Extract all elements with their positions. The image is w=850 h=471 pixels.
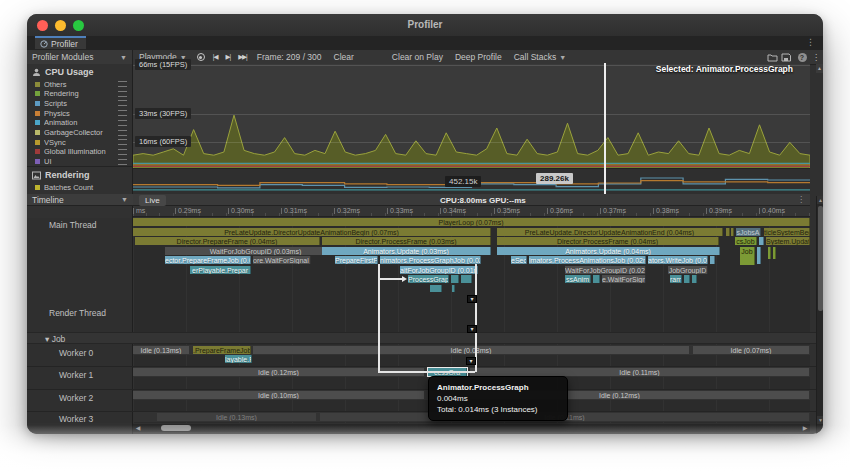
timeline-sample-bar[interactable]: WaitForJobGroupID (0.02ms) [565,266,646,274]
timeline-view-dropdown[interactable]: Timeline ▼ [27,194,133,206]
drag-handle-icon[interactable] [118,130,127,136]
timeline-sample-bar[interactable] [452,285,455,292]
timeline-sample-bar[interactable]: aitForJobGroupID (0.01ms [400,266,478,274]
timeline-sample-bar[interactable]: PreLateUpdate.DirectorUpdateAnimationEnd… [497,228,723,236]
flow-continue-marker-icon[interactable]: ▾ [466,357,476,365]
cpu-legend-item-rendering[interactable]: Rendering [27,89,133,99]
timeline-sample-bar[interactable]: csJob [735,237,757,245]
chart-scroll-up-icon[interactable]: ▲ [816,64,823,73]
drag-handle-icon[interactable] [118,110,127,116]
live-toggle[interactable]: Live [139,195,166,206]
cpu-legend-item-ui[interactable]: UI [27,157,133,167]
timeline-sample-bar[interactable]: erPlayable.Prepar [190,266,251,274]
timeline-sample-bar[interactable]: System.Update ( [766,237,810,245]
timeline-sample-bar[interactable]: ators.WriteJob (0.0 [648,256,708,264]
call-stacks-dropdown[interactable]: Call Stacks ▼ [508,50,572,64]
record-button[interactable] [197,53,205,61]
horizontal-scroll-thumb[interactable] [161,425,191,431]
timeline-sample-bar[interactable] [692,275,697,283]
scroll-down-icon[interactable]: ▼ [817,416,823,424]
cpu-legend-item-scripts[interactable]: Scripts [27,98,133,108]
timeline-sample-bar[interactable]: Idle (0.13ms) [157,413,317,421]
cpu-legend-item-physics[interactable]: Physics [27,108,133,118]
cpu-legend-item-garbagecollector[interactable]: GarbageCollector [27,128,133,138]
timeline-sample-bar[interactable]: WaitForJobGroupID (0.03ms) [165,247,347,255]
drag-handle-icon[interactable] [118,159,127,165]
timeline-sample-bar[interactable] [430,285,442,292]
timeline-sample-bar[interactable] [757,247,761,264]
timeline-sample-bar[interactable] [461,275,472,283]
timeline-sample-bar[interactable]: ProcessGraph [408,275,449,283]
help-icon[interactable]: ? [795,52,809,62]
timeline-sample-bar[interactable] [759,237,764,245]
scroll-left-icon[interactable]: ◀ [133,424,143,432]
scroll-up-icon[interactable]: ▲ [817,196,823,204]
profiler-modules-dropdown[interactable]: Profiler Modules ▼ [27,50,133,64]
timeline-sample-bar[interactable]: eSec [511,256,527,264]
timeline-sample-bar[interactable] [684,275,690,283]
timeline-sample-bar[interactable]: ssAnim [565,275,591,283]
cpu-usage-module-header[interactable]: CPU Usage [27,66,133,78]
timeline-sample-bar[interactable]: Idle (0.08ms) [253,346,690,354]
drag-handle-icon[interactable] [118,81,127,87]
timeline-sample-bar[interactable] [451,275,459,283]
timeline-sample-bar[interactable]: nimators.ProcessGraphJob (0.02ms [380,256,481,264]
timeline-sample-bar[interactable]: Idle (0.13ms) [133,346,190,354]
current-frame-button[interactable]: ▶▶| [234,53,251,61]
rendering-module-header[interactable]: Rendering [27,169,133,181]
timeline-sample-bar[interactable] [768,247,771,259]
timeline-sample-bar[interactable]: PrepareFirstPa [335,256,378,264]
timeline-sample-bar[interactable]: ore.WaitForSignal ( [253,256,311,264]
timeline-sample-bar[interactable]: ram [670,275,682,283]
timeline-sample-bar[interactable] [593,275,600,283]
drag-handle-icon[interactable] [118,139,127,145]
cpu-legend-item-others[interactable]: Others [27,79,133,89]
timeline-sample-bar[interactable]: sJobsA [736,228,761,236]
timeline-sample-bar[interactable] [726,228,730,236]
save-profile-icon[interactable] [781,53,795,62]
job-group-row[interactable] [27,332,823,344]
timeline-sample-bar[interactable]: .PrepareFrameJob ( [193,346,251,354]
tab-profiler[interactable]: Profiler [35,36,86,49]
timeline-sample-bar[interactable]: Idle (0.10ms) [133,391,425,399]
thread-label-job[interactable]: ▾ Job [45,334,65,344]
scroll-right-icon[interactable]: ▶ [800,424,810,432]
timeline-sample-bar[interactable]: PlayerLoop (0.07ms) [133,218,810,226]
drag-handle-icon[interactable] [118,100,127,106]
horizontal-scrollbar[interactable]: ◀ ▶ [133,424,810,432]
timeline-sample-bar[interactable]: e.WaitForSigna [602,275,646,283]
cpu-usage-chart[interactable] [133,64,810,168]
next-frame-button[interactable]: ▶| [221,53,234,61]
window-menu-icon[interactable]: ⋮ [806,37,815,47]
clear-on-play-button[interactable]: Clear on Play [386,50,449,64]
drag-handle-icon[interactable] [118,120,127,126]
timeline-sample-bar[interactable]: Idle (0.07ms) [693,346,810,354]
clear-button[interactable]: Clear [328,50,360,64]
timeline-sample-bar[interactable]: imators.ProcessAnimationsJob (0.02m [529,256,646,264]
flow-continue-marker-icon[interactable]: ▾ [467,295,477,303]
timeline-sample-bar[interactable]: JobGroupID [668,266,708,274]
timeline-sample-bar[interactable] [731,228,734,236]
drag-handle-icon[interactable] [118,149,127,155]
timeline-sample-bar[interactable]: Animators.Update (0.04ms) [497,247,720,255]
cpu-legend-item-animation[interactable]: Animation [27,118,133,128]
timeline-sample-bar[interactable]: ticleSystemBegin [764,228,810,236]
timeline-sample-bar[interactable]: Director.ProcessFrame (0.04ms) [497,237,719,245]
vertical-scrollbar[interactable]: ▲ ▼ [816,196,823,434]
vertical-scroll-thumb[interactable] [818,206,823,311]
prev-frame-button[interactable]: |◀ [209,53,222,61]
flow-continue-marker-icon[interactable]: ▾ [467,325,477,333]
timeline-sample-bar[interactable]: Director.PrepareFrame (0.04ms) [135,237,320,245]
drag-handle-icon[interactable] [118,91,127,97]
selected-frame-line[interactable] [604,63,606,194]
timeline-sample-bar[interactable]: Job [740,247,755,265]
toolbar-menu-icon[interactable]: ⋮ [809,52,823,62]
timeline-sample-bar[interactable]: layable.Pre [225,355,252,363]
timeline-sample-bar[interactable]: Director.ProcessFrame (0.03ms) [322,237,491,245]
timeline-sample-bar[interactable]: Idle (0.11ms) [470,368,810,376]
timeline-sample-bar[interactable]: ector.PrepareFrameJob (0.02m [165,256,251,264]
timeline-sample-bar[interactable]: Animators.Update (0.03ms) [322,247,491,255]
deep-profile-button[interactable]: Deep Profile [449,50,508,64]
cpu-legend-item-vsync[interactable]: VSync [27,137,133,147]
cpu-legend-item-global-illumination[interactable]: Global Illumination [27,147,133,157]
